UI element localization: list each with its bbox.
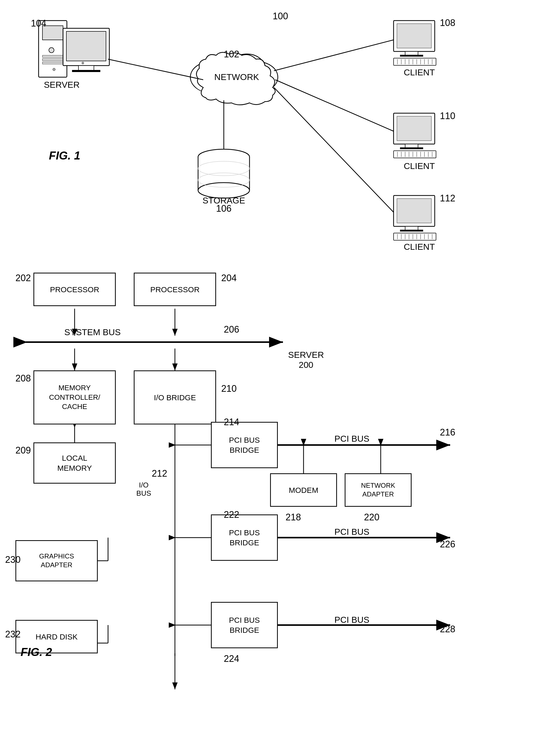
ref-220: 220 [364,512,379,523]
svg-rect-13 [63,28,109,65]
label-client3: CLIENT [394,242,445,252]
fig1-label: FIG. 1 [49,149,80,162]
svg-rect-54 [394,151,436,158]
ref-208: 208 [16,373,31,384]
memory-controller-box: MEMORYCONTROLLER/CACHE [34,371,116,424]
ref-228: 228 [440,624,455,635]
ref-218: 218 [285,512,301,523]
svg-rect-10 [42,59,63,61]
svg-rect-36 [397,24,432,48]
label-client1: CLIENT [394,67,445,77]
ref-230: 230 [5,554,21,565]
ref-224: 224 [224,653,239,664]
svg-rect-37 [405,52,418,55]
label-system-bus: SYSTEM BUS [64,327,121,337]
ref-210: 210 [221,383,237,394]
svg-point-34 [198,173,249,187]
pci-bridge1-box: PCI BUSBRIDGE [211,422,278,468]
svg-rect-6 [39,21,67,77]
ref-232: 232 [5,629,21,640]
ref-104: 104 [31,18,46,29]
label-network: NETWORK [211,72,262,82]
label-pci-bus3: PCI BUS [334,615,369,625]
svg-rect-69 [394,233,436,240]
processor2-box: PROCESSOR [134,273,216,306]
ref-102: 102 [224,49,239,60]
ref-100: 100 [273,11,288,22]
ref-216: 216 [440,427,455,438]
svg-rect-29 [198,157,249,190]
svg-line-84 [274,87,394,212]
svg-rect-67 [405,226,418,230]
pci-bridge2-box: PCI BUSBRIDGE [211,515,278,561]
svg-rect-66 [397,199,432,223]
pci-bridge3-box: PCI BUSBRIDGE [211,602,278,648]
ref-108: 108 [440,18,455,28]
svg-point-12 [53,68,55,71]
processor1-box: PROCESSOR [34,273,116,306]
io-bridge-box: I/O BRIDGE [134,371,216,424]
svg-point-33 [198,161,249,176]
network-adapter-box: NETWORKADAPTER [345,473,412,507]
svg-rect-51 [397,116,432,141]
label-server-fig1: SERVER [31,80,93,90]
svg-rect-53 [400,147,423,149]
graphics-adapter-box: GRAPHICSADAPTER [16,540,98,581]
svg-rect-65 [394,196,435,226]
ref-222: 222 [224,509,239,520]
svg-rect-39 [394,58,436,65]
label-io-bus: I/OBUS [136,481,151,497]
label-pci-bus1: PCI BUS [334,434,369,444]
svg-rect-11 [42,62,63,64]
fig2-label: FIG. 2 [21,645,52,658]
ref-214: 214 [224,417,239,427]
label-client2: CLIENT [394,161,445,171]
ref-106: 106 [216,203,232,214]
svg-rect-16 [72,70,100,72]
ref-206: 206 [224,324,239,335]
ref-112: 112 [440,193,455,204]
svg-rect-52 [405,144,418,148]
svg-line-83 [275,80,394,131]
svg-rect-50 [394,113,435,144]
ref-226: 226 [440,539,455,550]
ref-110: 110 [440,111,455,121]
ref-212: 212 [152,468,167,479]
svg-point-17 [82,62,84,64]
svg-rect-9 [42,55,63,57]
svg-rect-14 [66,32,106,61]
label-pci-bus2: PCI BUS [334,527,369,537]
svg-line-82 [274,40,394,71]
svg-rect-38 [400,55,423,57]
svg-line-80 [108,59,203,80]
svg-point-28 [198,149,249,165]
main-container: 100 SERVER 104 FIG. 1 NETWORK 102 STORAG… [0,0,560,756]
modem-box: MODEM [270,473,337,507]
svg-rect-68 [400,230,423,232]
ref-204: 204 [221,273,237,283]
label-server-200: SERVER 200 [288,350,324,370]
svg-rect-15 [78,65,94,71]
svg-rect-35 [394,21,435,52]
ref-209: 209 [16,445,31,456]
ref-202: 202 [16,273,31,283]
local-memory-box: LOCALMEMORY [34,442,116,483]
svg-point-8 [49,47,54,53]
